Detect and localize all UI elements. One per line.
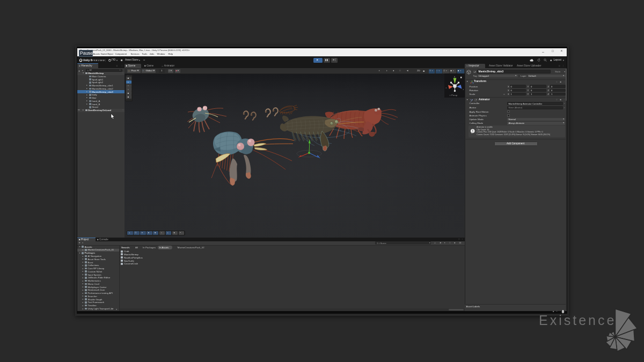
svg-text:z: z	[463, 88, 464, 91]
svg-text:< Persp: < Persp	[450, 94, 458, 97]
svg-text:y: y	[454, 76, 455, 78]
svg-text:x: x	[446, 87, 447, 89]
